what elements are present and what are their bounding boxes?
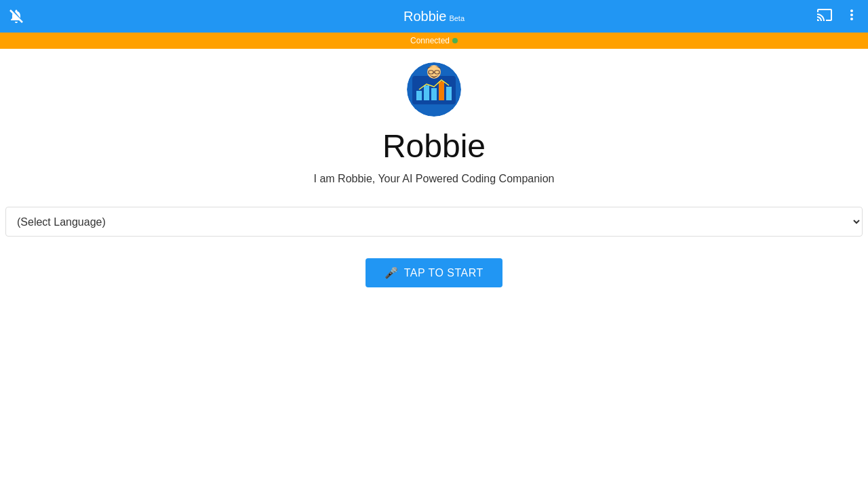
navbar-brand: Robbie Beta [403,9,465,24]
navbar-right [816,7,860,26]
navbar-beta-label: Beta [449,14,465,22]
start-button-label: TAP TO START [404,267,484,279]
language-select[interactable]: (Select Language) English Spanish French… [5,207,863,237]
avatar [407,62,461,117]
notification-off-icon[interactable] [8,8,24,24]
more-icon[interactable] [844,7,860,26]
main-content: Robbie I am Robbie, Your AI Powered Codi… [0,49,868,287]
tap-to-start-button[interactable]: 🎤 TAP TO START [366,258,502,287]
svg-rect-4 [424,85,429,100]
svg-rect-5 [431,88,437,100]
app-description: I am Robbie, Your AI Powered Coding Comp… [314,173,555,185]
navbar: Robbie Beta [0,0,868,33]
status-bar: Connected [0,33,868,49]
svg-rect-3 [416,91,422,100]
navbar-left [8,8,24,24]
svg-rect-6 [439,81,444,100]
status-text: Connected [410,36,450,45]
navbar-title: Robbie [403,9,446,24]
svg-rect-7 [446,87,452,100]
microphone-icon: 🎤 [384,266,399,279]
cast-icon[interactable] [816,7,833,26]
language-select-wrapper: (Select Language) English Spanish French… [0,207,868,237]
status-dot [452,38,458,43]
app-name: Robbie [382,127,486,165]
